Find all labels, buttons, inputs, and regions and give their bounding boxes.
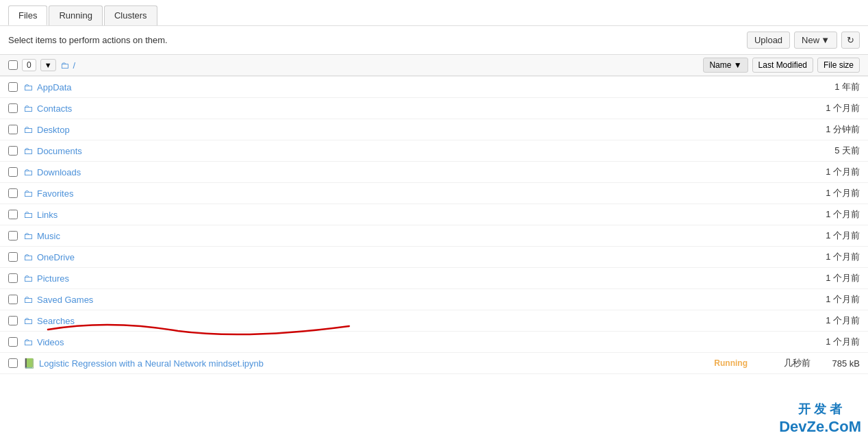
file-time: 1 个月前 (805, 102, 860, 114)
toolbar-actions: Upload New ▼ ↻ (747, 32, 860, 49)
file-meta: 5 天前 (805, 145, 860, 157)
table-row: 🗀Videos1 个月前 (0, 332, 868, 353)
table-row: 🗀Music1 个月前 (0, 225, 868, 247)
file-meta: 1 个月前 (805, 102, 860, 114)
file-name[interactable]: Favorites (37, 188, 805, 199)
file-time: 1 分钟前 (805, 123, 860, 136)
file-meta: 1 个月前 (805, 314, 860, 327)
file-time: 1 个月前 (805, 293, 860, 306)
file-name[interactable]: Logistic Regression with a Neural Networ… (39, 358, 714, 369)
file-name[interactable]: Links (37, 210, 805, 220)
sort-name-button[interactable]: Name ▼ (703, 58, 748, 73)
current-path[interactable]: / (73, 60, 76, 71)
file-meta: 1 个月前 (805, 187, 860, 199)
folder-icon: 🗀 (23, 82, 33, 92)
tab-clusters[interactable]: Clusters (104, 5, 157, 25)
file-name[interactable]: Searches (37, 316, 805, 326)
file-meta: 1 个月前 (805, 251, 860, 263)
folder-icon: 🗀 (23, 166, 33, 177)
row-checkbox[interactable] (8, 146, 18, 156)
file-time: 1 个月前 (805, 251, 860, 263)
table-row: 🗀Contacts1 个月前 (0, 98, 868, 119)
file-name[interactable]: OneDrive (37, 252, 805, 262)
row-checkbox[interactable] (8, 231, 18, 241)
file-time: 1 个月前 (805, 314, 860, 327)
row-checkbox[interactable] (8, 82, 18, 92)
select-all-checkbox[interactable] (8, 60, 18, 70)
file-time: 1 个月前 (805, 336, 860, 348)
file-name[interactable]: Saved Games (37, 295, 805, 305)
file-name[interactable]: Desktop (37, 125, 805, 135)
table-row: 🗀Desktop1 分钟前 (0, 119, 868, 140)
table-row: 🗀Documents5 天前 (0, 140, 868, 162)
folder-icon: 🗀 (23, 315, 33, 326)
file-meta: Running几秒前785 kB (714, 357, 860, 369)
folder-icon: 🗀 (23, 188, 33, 199)
notebook-icon: 📗 (23, 358, 35, 369)
table-row: 🗀Searches1 个月前 (0, 310, 868, 332)
row-checkbox[interactable] (8, 273, 18, 283)
file-name[interactable]: Contacts (37, 103, 805, 114)
file-name[interactable]: Videos (37, 337, 805, 347)
upload-button[interactable]: Upload (747, 32, 790, 49)
file-time: 1 年前 (805, 81, 860, 93)
folder-icon: 🗀 (23, 230, 33, 241)
row-checkbox[interactable] (8, 358, 18, 368)
file-time: 1 个月前 (805, 230, 860, 242)
table-row: 🗀Favorites1 个月前 (0, 183, 868, 204)
file-list: 🗀AppData1 年前🗀Contacts1 个月前🗀Desktop1 分钟前🗀… (0, 76, 868, 374)
actions-dropdown[interactable]: ▼ (40, 59, 56, 71)
row-checkbox[interactable] (8, 103, 18, 113)
tab-files[interactable]: Files (8, 5, 47, 25)
file-time: 几秒前 (756, 357, 810, 369)
file-meta: 1 个月前 (805, 272, 860, 284)
table-row: 🗀AppData1 年前 (0, 77, 868, 98)
file-time: 1 个月前 (805, 272, 860, 284)
row-checkbox[interactable] (8, 316, 18, 325)
file-meta: 1 个月前 (805, 166, 860, 178)
new-button[interactable]: New ▼ (794, 32, 837, 49)
table-row: 🗀OneDrive1 个月前 (0, 247, 868, 268)
file-name[interactable]: AppData (37, 82, 805, 92)
folder-icon: 🗀 (23, 273, 33, 284)
table-row: 🗀Links1 个月前 (0, 204, 868, 225)
file-time: 1 个月前 (805, 208, 860, 221)
folder-icon: 🗀 (23, 294, 33, 305)
file-time: 1 个月前 (805, 187, 860, 199)
file-time: 1 个月前 (805, 166, 860, 178)
row-checkbox[interactable] (8, 337, 18, 347)
file-name[interactable]: Downloads (37, 167, 805, 177)
tab-bar: Files Running Clusters (8, 5, 159, 25)
sort-size-button[interactable]: File size (817, 58, 860, 73)
row-checkbox[interactable] (8, 188, 18, 198)
refresh-button[interactable]: ↻ (841, 32, 860, 49)
table-row: 🗀Pictures1 个月前 (0, 268, 868, 289)
file-meta: 1 个月前 (805, 336, 860, 348)
file-meta: 1 年前 (805, 81, 860, 93)
table-row: 🗀Saved Games1 个月前 (0, 289, 868, 310)
table-row: 📗Logistic Regression with a Neural Netwo… (0, 353, 868, 374)
tab-running[interactable]: Running (49, 5, 102, 25)
file-time: 5 天前 (805, 145, 860, 157)
folder-icon: 🗀 (23, 336, 33, 347)
selected-count: 0 (22, 59, 36, 71)
top-bar: Files Running Clusters (0, 0, 868, 26)
folder-icon: 🗀 (60, 60, 69, 71)
table-row: 🗀Downloads1 个月前 (0, 162, 868, 183)
folder-icon: 🗀 (23, 124, 33, 135)
file-meta: 1 分钟前 (805, 123, 860, 136)
row-checkbox[interactable] (8, 125, 18, 134)
folder-icon: 🗀 (23, 209, 33, 220)
row-checkbox[interactable] (8, 167, 18, 177)
file-name[interactable]: Documents (37, 146, 805, 156)
row-checkbox[interactable] (8, 210, 18, 219)
file-name[interactable]: Music (37, 231, 805, 241)
file-name[interactable]: Pictures (37, 273, 805, 284)
row-checkbox[interactable] (8, 295, 18, 304)
sort-modified-button[interactable]: Last Modified (752, 58, 813, 73)
running-badge: Running (714, 358, 748, 368)
folder-icon: 🗀 (23, 251, 33, 262)
folder-icon: 🗀 (23, 103, 33, 114)
row-checkbox[interactable] (8, 252, 18, 262)
file-meta: 1 个月前 (805, 293, 860, 306)
